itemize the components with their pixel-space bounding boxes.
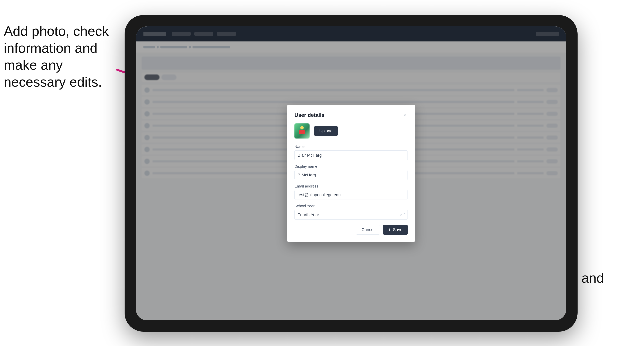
- name-input[interactable]: [294, 150, 408, 160]
- display-name-input[interactable]: [294, 170, 408, 180]
- tablet-device: User details × Upload Name: [124, 15, 578, 332]
- modal-header: User details ×: [294, 112, 408, 118]
- display-name-field-group: Display name: [294, 164, 408, 180]
- select-clear-button[interactable]: ×: [400, 213, 402, 217]
- save-label: Save: [393, 227, 402, 232]
- name-label: Name: [294, 145, 408, 149]
- school-year-field-group: School Year First Year Second Year Third…: [294, 204, 408, 219]
- chevron-down-icon: ⌃: [403, 213, 406, 217]
- email-field-group: Email address: [294, 184, 408, 200]
- cancel-button[interactable]: Cancel: [356, 225, 380, 235]
- modal-title: User details: [294, 112, 324, 118]
- display-name-label: Display name: [294, 164, 408, 169]
- save-icon: ⬆: [388, 227, 392, 232]
- save-button[interactable]: ⬆ Save: [383, 225, 408, 235]
- email-input[interactable]: [294, 190, 408, 200]
- modal-close-button[interactable]: ×: [402, 112, 408, 118]
- photo-section: Upload: [294, 123, 408, 139]
- annotation-left: Add photo, check information and make an…: [4, 23, 113, 90]
- school-year-wrapper: First Year Second Year Third Year Fourth…: [294, 210, 408, 219]
- school-year-select[interactable]: First Year Second Year Third Year Fourth…: [294, 210, 408, 219]
- photo-figure: [298, 125, 306, 137]
- school-year-label: School Year: [294, 204, 408, 208]
- tablet-screen: User details × Upload Name: [136, 26, 566, 320]
- upload-button[interactable]: Upload: [314, 126, 338, 136]
- email-label: Email address: [294, 184, 408, 188]
- select-controls: × ⌃: [400, 213, 406, 217]
- modal-overlay: User details × Upload Name: [136, 26, 566, 320]
- modal-footer: Cancel ⬆ Save: [294, 225, 408, 235]
- figure-body: [299, 130, 305, 134]
- user-photo: [294, 123, 310, 139]
- user-details-modal: User details × Upload Name: [287, 105, 415, 242]
- figure-head: [300, 126, 304, 130]
- name-field-group: Name: [294, 145, 408, 160]
